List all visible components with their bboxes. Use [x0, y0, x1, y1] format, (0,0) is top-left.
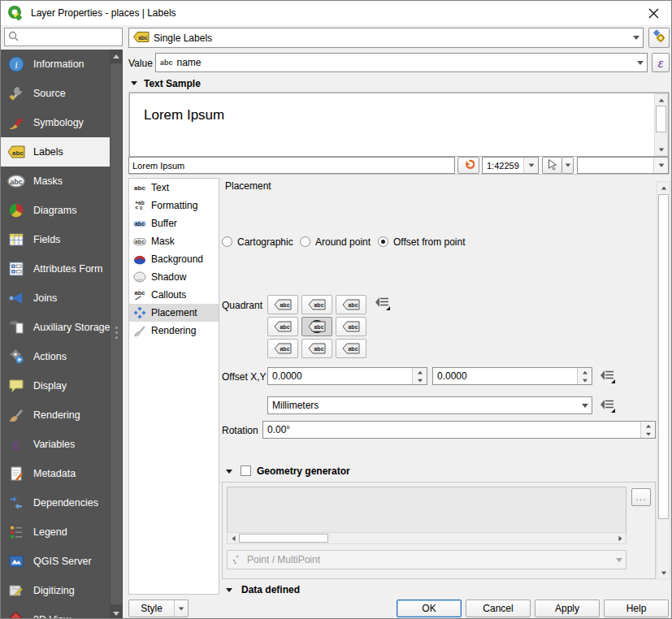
units-data-defined-icon[interactable] — [599, 398, 617, 413]
preview-scroll-down-icon[interactable] — [655, 144, 667, 155]
sidebar-scroll-thumb[interactable] — [111, 63, 122, 604]
offset-x-spin-arrows[interactable] — [412, 368, 427, 384]
sidebar-item-auxiliary-storage[interactable]: Auxiliary Storage — [1, 313, 110, 342]
cartographic-radio[interactable] — [222, 236, 232, 247]
placement-scroll-thumb[interactable] — [658, 194, 669, 519]
label-mode-combo[interactable]: abc Single Labels — [128, 28, 644, 48]
offset-from-point-radio[interactable] — [378, 236, 388, 247]
style-dropdown-icon[interactable] — [174, 600, 188, 617]
sidebar-item-actions[interactable]: Actions — [1, 342, 110, 371]
around-point-radio-label[interactable]: Around point — [315, 236, 371, 248]
sidebar-scroll-down-icon[interactable] — [110, 607, 123, 619]
sidebar-item-rendering[interactable]: Rendering — [1, 400, 110, 430]
geometry-scroll-left-icon[interactable] — [228, 533, 239, 543]
tab-formatting[interactable]: +ab< c Formatting — [129, 197, 219, 214]
sidebar-item-source[interactable]: Source — [1, 79, 110, 108]
tab-rendering[interactable]: Rendering — [129, 322, 219, 340]
offset-data-defined-icon[interactable] — [599, 369, 617, 384]
sidebar-item-information[interactable]: i Information — [1, 50, 110, 79]
sample-text-field[interactable] — [128, 157, 455, 174]
around-point-radio[interactable] — [300, 236, 310, 247]
sidebar-item-dependencies[interactable]: Dependencies — [1, 488, 110, 517]
expression-builder-button[interactable]: ε — [652, 53, 670, 72]
rotation-spin-arrows[interactable] — [640, 422, 655, 438]
apply-button[interactable]: Apply — [535, 600, 600, 617]
quadrant-right-button[interactable]: abc — [336, 317, 366, 336]
sidebar-scrollbar[interactable] — [110, 50, 123, 619]
scale-dropdown-icon[interactable] — [523, 158, 538, 173]
tab-text[interactable]: abc Text — [129, 179, 219, 197]
geometry-generator-checkbox[interactable] — [241, 465, 251, 476]
offset-x-spinbox[interactable]: 0.0000 — [267, 367, 427, 385]
tab-background[interactable]: Background — [129, 250, 219, 268]
geometry-scroll-right-icon[interactable] — [614, 533, 626, 543]
style-button[interactable]: Style — [128, 600, 189, 617]
sidebar-item-fields[interactable]: Fields — [1, 225, 110, 254]
quadrant-left-button[interactable]: abc — [267, 317, 298, 336]
sidebar-item-variables[interactable]: ε Variables — [1, 430, 110, 459]
geometry-scroll-thumb[interactable] — [239, 534, 328, 543]
tab-placement[interactable]: Placement — [129, 304, 219, 322]
sidebar-item-labels[interactable]: abc Labels — [1, 137, 110, 167]
cancel-button[interactable]: Cancel — [466, 600, 531, 617]
search-input[interactable] — [22, 31, 122, 44]
close-icon[interactable] — [642, 3, 665, 23]
font-preview-dropdown-icon[interactable] — [653, 158, 668, 173]
preview-scroll-thumb[interactable] — [656, 106, 666, 132]
quadrant-below-right-button[interactable]: abc — [336, 339, 366, 358]
sidebar-item-symbology[interactable]: Symbology — [1, 108, 110, 137]
tab-buffer[interactable]: abc Buffer — [129, 214, 219, 232]
placement-scroll-up-icon[interactable] — [657, 182, 670, 193]
tab-shadow[interactable]: Shadow — [129, 268, 219, 286]
value-field-dropdown-icon[interactable] — [633, 54, 647, 71]
offset-y-spin-arrows[interactable] — [577, 368, 592, 384]
preview-scroll-up-icon[interactable] — [655, 94, 667, 106]
quadrant-below-left-button[interactable]: abc — [267, 339, 298, 358]
sidebar-item-metadata[interactable]: Metadata — [1, 459, 110, 488]
sidebar-item-display[interactable]: Display — [1, 371, 110, 400]
geometry-h-scrollbar[interactable] — [227, 532, 626, 544]
label-mode-dropdown-icon[interactable] — [629, 28, 643, 47]
quadrant-below-button[interactable]: abc — [301, 339, 332, 358]
data-defined-collapse-icon[interactable] — [226, 588, 232, 592]
reset-sample-button[interactable] — [457, 157, 479, 174]
placement-scroll-down-icon[interactable] — [657, 567, 670, 578]
help-button[interactable]: Help — [604, 600, 669, 617]
cartographic-radio-label[interactable]: Cartographic — [237, 236, 293, 248]
geometry-type-dropdown-icon[interactable] — [612, 551, 626, 569]
sidebar-item-qgis-server[interactable]: QGIS Server — [1, 547, 110, 576]
tab-mask[interactable]: abc Mask — [129, 232, 219, 250]
sidebar-item-3d-view[interactable]: 3D View — [1, 605, 110, 618]
geometry-expression-more-button[interactable]: ... — [631, 488, 651, 506]
quadrant-above-left-button[interactable]: abc — [267, 295, 298, 314]
preview-scale-combo[interactable]: 1:42259 — [482, 157, 539, 174]
placement-scrollbar[interactable] — [657, 181, 670, 579]
rotation-spinbox[interactable]: 0.00° — [262, 421, 656, 439]
offset-units-dropdown-icon[interactable] — [578, 397, 592, 413]
geometry-type-combo[interactable]: Point / MultiPoint — [227, 550, 626, 569]
text-sample-collapse-icon[interactable] — [131, 81, 137, 85]
quadrant-above-button[interactable]: abc — [301, 295, 332, 314]
quadrant-above-right-button[interactable]: abc — [336, 295, 366, 314]
search-box[interactable] — [4, 28, 123, 46]
sample-text-input[interactable] — [129, 160, 454, 171]
value-field-combo[interactable]: abc name — [155, 53, 648, 72]
sidebar-item-digitizing[interactable]: Digitizing — [1, 576, 110, 605]
offset-units-combo[interactable]: Millimeters — [267, 396, 592, 414]
offset-from-point-radio-label[interactable]: Offset from point — [393, 236, 465, 248]
sidebar-item-legend[interactable]: Legend — [1, 517, 110, 547]
quadrant-data-defined-icon[interactable] — [374, 296, 392, 311]
quadrant-over-point-button[interactable]: abc — [301, 317, 332, 336]
font-preview-combo[interactable] — [577, 157, 669, 174]
sidebar-item-attributes-form[interactable]: Attributes Form — [1, 254, 110, 284]
automated-placement-button[interactable] — [648, 28, 670, 48]
sidebar-item-joins[interactable]: Joins — [1, 284, 110, 313]
sidebar-scroll-up-icon[interactable] — [110, 50, 123, 63]
geometry-generator-collapse-icon[interactable] — [226, 470, 232, 474]
preview-scrollbar[interactable] — [654, 93, 668, 156]
sidebar-item-masks[interactable]: abc Masks — [1, 167, 110, 196]
offset-y-spinbox[interactable]: 0.0000 — [432, 367, 592, 385]
ok-button[interactable]: OK — [397, 600, 462, 617]
tab-callouts[interactable]: abc Callouts — [129, 286, 219, 304]
sidebar-item-diagrams[interactable]: Diagrams — [1, 196, 110, 225]
